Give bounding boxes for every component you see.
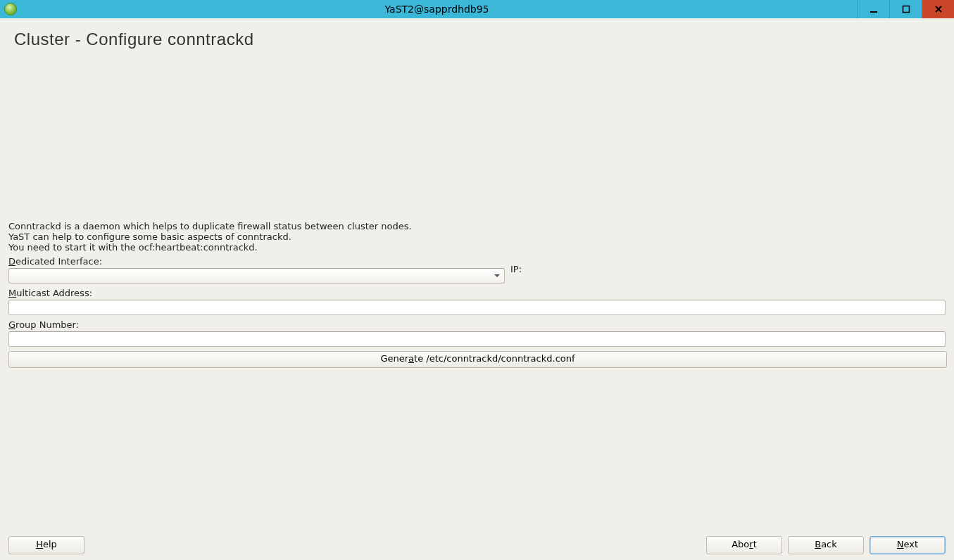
- description-text: Conntrackd is a daemon which helps to du…: [8, 222, 946, 253]
- description-line-2: YaST can help to configure some basic as…: [8, 232, 946, 243]
- multicast-address-label: Multicast Address:: [8, 288, 946, 298]
- page-title: Cluster - Configure conntrackd: [14, 30, 947, 49]
- content-area: Cluster - Configure conntrackd Conntrack…: [0, 18, 954, 560]
- minimize-button[interactable]: [857, 0, 889, 18]
- ip-label: IP:: [510, 264, 522, 274]
- form-block: Dedicated Interface: IP: Multicast Ad: [8, 256, 946, 368]
- help-button[interactable]: Help: [8, 536, 84, 554]
- dedicated-interface-label: Dedicated Interface:: [8, 256, 946, 267]
- generate-conf-button[interactable]: Generate /etc/conntrackd/conntrackd.conf: [8, 351, 947, 368]
- multicast-address-input[interactable]: [8, 300, 946, 315]
- chevron-down-icon: [494, 274, 500, 277]
- footer-buttons: Help Abort Back Next: [8, 536, 946, 554]
- group-number-input[interactable]: [8, 331, 946, 347]
- dedicated-interface-select[interactable]: [8, 268, 505, 284]
- description-line-3: You need to start it with the ocf:heartb…: [8, 243, 946, 253]
- group-number-label: Group Number:: [8, 319, 946, 330]
- svg-rect-1: [903, 6, 909, 13]
- maximize-button[interactable]: [889, 0, 922, 18]
- abort-button[interactable]: Abort: [706, 536, 782, 554]
- window-titlebar: YaST2@sapprdhdb95: [0, 0, 954, 19]
- next-button[interactable]: Next: [870, 536, 946, 554]
- window-controls: [857, 0, 954, 18]
- window-title: YaST2@sapprdhdb95: [17, 4, 857, 15]
- maximize-icon: [902, 5, 910, 13]
- back-button[interactable]: Back: [788, 536, 864, 554]
- close-button[interactable]: [922, 0, 954, 18]
- close-icon: [934, 5, 943, 13]
- description-line-1: Conntrackd is a daemon which helps to du…: [8, 222, 946, 232]
- yast-app-icon: [4, 3, 17, 15]
- minimize-icon: [870, 5, 878, 13]
